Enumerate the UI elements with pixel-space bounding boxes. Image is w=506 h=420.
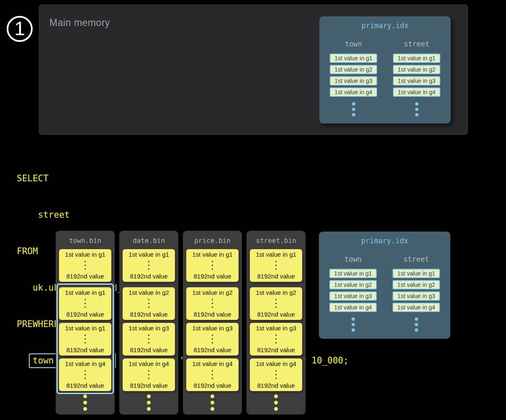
index-mark-cell: 1st value in g3 bbox=[329, 291, 377, 301]
granule-first-value: 1st value in g3 bbox=[192, 325, 233, 332]
granule-last-value: 8192nd value bbox=[193, 311, 231, 318]
vertical-ellipsis-icon bbox=[330, 102, 377, 116]
granule-last-value: 8192nd value bbox=[257, 273, 295, 280]
bin-file-title: date.bin bbox=[119, 237, 178, 245]
granule-last-value: 8192nd value bbox=[193, 382, 231, 389]
bin-file-title: street.bin bbox=[247, 237, 306, 245]
step-number: 1 bbox=[14, 19, 25, 38]
primary-idx-title: primary.idx bbox=[319, 237, 450, 245]
vertical-ellipsis-icon bbox=[212, 261, 213, 270]
vertical-ellipsis-icon bbox=[56, 394, 115, 411]
index-mark-cell: 1st value in g2 bbox=[393, 280, 440, 289]
granule-first-value: 1st value in g4 bbox=[256, 360, 296, 367]
vertical-ellipsis-icon bbox=[148, 335, 149, 343]
sql-line-select: SELECT bbox=[17, 173, 349, 185]
selected-granules-outline bbox=[57, 283, 114, 394]
granule-last-value: 8192nd value bbox=[130, 311, 167, 318]
vertical-ellipsis-icon bbox=[148, 261, 149, 270]
granule-block: 1st value in g3 8192nd value bbox=[186, 323, 239, 356]
index-mark-cell: 1st value in g2 bbox=[330, 65, 377, 74]
granule-block: 1st value in g4 8192nd value bbox=[123, 358, 175, 391]
index-mark-cell: 1st value in g1 bbox=[330, 54, 377, 63]
granule-last-value: 8192nd value bbox=[130, 382, 167, 389]
granule-block: 1st value in g2 8192nd value bbox=[250, 287, 302, 320]
granule-last-value: 8192nd value bbox=[257, 346, 295, 353]
vertical-ellipsis-icon bbox=[275, 370, 277, 379]
granule-last-value: 8192nd value bbox=[257, 382, 295, 389]
bin-column-town: town.bin 1st value in g1 8192nd value 1s… bbox=[56, 231, 115, 415]
granule-block: 1st value in g1 8192nd value bbox=[59, 249, 111, 282]
vertical-ellipsis-icon bbox=[148, 370, 149, 379]
granule-block: 1st value in g3 8192nd value bbox=[123, 323, 175, 356]
granule-block: 1st value in g4 8192nd value bbox=[250, 358, 302, 391]
granule-block: 1st value in g1 8192nd value bbox=[186, 249, 239, 282]
index-mark-cell: 1st value in g4 bbox=[393, 88, 440, 97]
bin-column-price: price.bin 1st value in g1 8192nd value 1… bbox=[183, 231, 242, 415]
granule-first-value: 1st value in g1 bbox=[128, 251, 169, 258]
step-number-badge: 1 bbox=[7, 16, 33, 42]
vertical-ellipsis-icon bbox=[148, 299, 149, 308]
granule-first-value: 1st value in g1 bbox=[256, 251, 296, 258]
index-mark-cell: 1st value in g2 bbox=[393, 65, 440, 74]
granule-last-value: 8192nd value bbox=[193, 273, 231, 280]
granule-first-value: 1st value in g1 bbox=[65, 251, 105, 258]
column-header-town: town bbox=[329, 255, 377, 263]
bin-column-street: street.bin 1st value in g1 8192nd value … bbox=[247, 231, 306, 415]
granule-block: 1st value in g4 8192nd value bbox=[186, 358, 239, 391]
granule-block: 1st value in g1 8192nd value bbox=[123, 249, 175, 282]
index-mark-cell: 1st value in g4 bbox=[393, 303, 440, 312]
granule-first-value: 1st value in g2 bbox=[192, 289, 233, 296]
index-mark-cell: 1st value in g4 bbox=[330, 88, 377, 97]
granule-first-value: 1st value in g2 bbox=[256, 289, 296, 296]
granule-block: 1st value in g3 8192nd value bbox=[250, 323, 302, 356]
diagram-canvas: 1 Main memory primary.idx town street 1s… bbox=[0, 0, 506, 420]
column-header-town: town bbox=[330, 40, 377, 48]
index-mark-cell: 1st value in g1 bbox=[393, 269, 440, 278]
granule-last-value: 8192nd value bbox=[66, 273, 104, 280]
vertical-ellipsis-icon bbox=[212, 370, 213, 379]
granule-last-value: 8192nd value bbox=[130, 273, 167, 280]
vertical-ellipsis-icon bbox=[393, 317, 440, 332]
vertical-ellipsis-icon bbox=[85, 261, 86, 270]
vertical-ellipsis-icon bbox=[329, 317, 377, 332]
vertical-ellipsis-icon bbox=[247, 394, 306, 411]
primary-idx-panel-disk: primary.idx town street 1st value in g1 … bbox=[319, 232, 450, 339]
vertical-ellipsis-icon bbox=[275, 299, 277, 308]
granule-first-value: 1st value in g2 bbox=[128, 289, 169, 296]
main-memory-panel: Main memory primary.idx town street 1st … bbox=[39, 5, 468, 135]
vertical-ellipsis-icon bbox=[275, 335, 277, 343]
granule-first-value: 1st value in g1 bbox=[192, 251, 233, 258]
granule-last-value: 8192nd value bbox=[130, 346, 167, 353]
vertical-ellipsis-icon bbox=[275, 261, 277, 270]
vertical-ellipsis-icon bbox=[393, 102, 440, 116]
granule-block: 1st value in g2 8192nd value bbox=[123, 287, 175, 320]
sql-line-street: street bbox=[17, 209, 349, 221]
vertical-ellipsis-icon bbox=[212, 335, 213, 343]
bin-file-title: price.bin bbox=[183, 237, 242, 245]
granule-first-value: 1st value in g3 bbox=[256, 325, 296, 332]
index-mark-cell: 1st value in g3 bbox=[330, 76, 377, 85]
column-header-street: street bbox=[393, 255, 440, 263]
index-mark-cell: 1st value in g3 bbox=[393, 291, 440, 301]
index-mark-cell: 1st value in g4 bbox=[329, 303, 377, 312]
granule-block: 1st value in g1 8192nd value bbox=[250, 249, 302, 282]
bin-file-title: town.bin bbox=[56, 237, 115, 245]
column-header-street: street bbox=[393, 40, 440, 48]
vertical-ellipsis-icon bbox=[119, 394, 178, 411]
granule-first-value: 1st value in g3 bbox=[128, 325, 169, 332]
main-memory-title: Main memory bbox=[49, 17, 110, 28]
granule-first-value: 1st value in g4 bbox=[192, 360, 233, 367]
index-mark-cell: 1st value in g1 bbox=[393, 54, 440, 63]
index-mark-cell: 1st value in g3 bbox=[393, 76, 440, 85]
primary-idx-panel-memory: primary.idx town street 1st value in g1 … bbox=[319, 16, 451, 124]
vertical-ellipsis-icon bbox=[212, 299, 213, 308]
granule-last-value: 8192nd value bbox=[257, 311, 295, 318]
index-mark-cell: 1st value in g1 bbox=[329, 269, 377, 278]
granule-block: 1st value in g2 8192nd value bbox=[186, 287, 239, 320]
vertical-ellipsis-icon bbox=[183, 394, 242, 411]
bin-column-date: date.bin 1st value in g1 8192nd value 1s… bbox=[119, 231, 178, 415]
primary-idx-title: primary.idx bbox=[319, 21, 451, 30]
granule-first-value: 1st value in g4 bbox=[128, 360, 169, 367]
granule-last-value: 8192nd value bbox=[193, 346, 231, 353]
index-mark-cell: 1st value in g2 bbox=[329, 280, 377, 289]
